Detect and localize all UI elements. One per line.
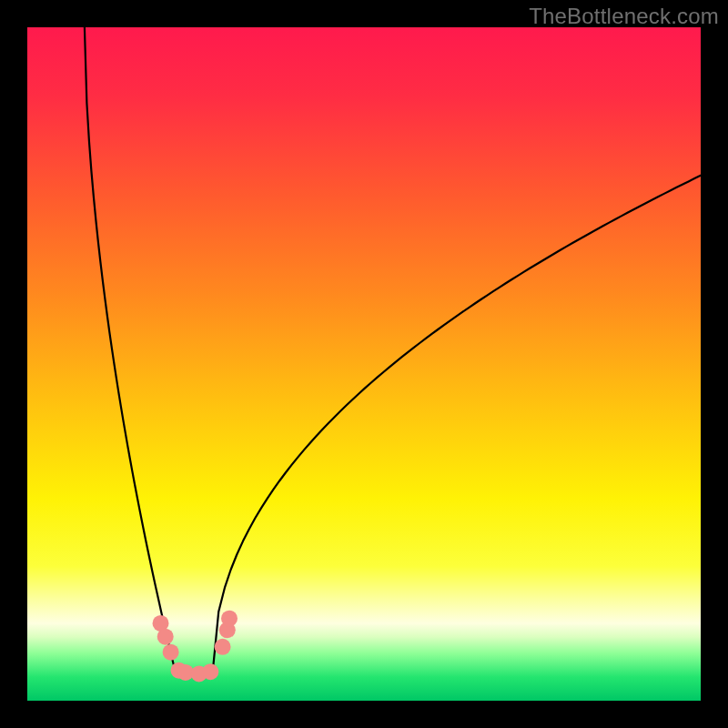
chart-frame: TheBottleneck.com	[0, 0, 728, 728]
heatmap-background	[27, 27, 701, 701]
config-marker	[157, 629, 174, 645]
config-marker	[163, 644, 179, 661]
config-marker	[202, 663, 218, 680]
chart-svg	[27, 27, 701, 701]
config-marker	[221, 611, 238, 627]
config-marker	[215, 639, 231, 655]
plot-area	[27, 27, 701, 701]
watermark-text: TheBottleneck.com	[529, 4, 719, 29]
